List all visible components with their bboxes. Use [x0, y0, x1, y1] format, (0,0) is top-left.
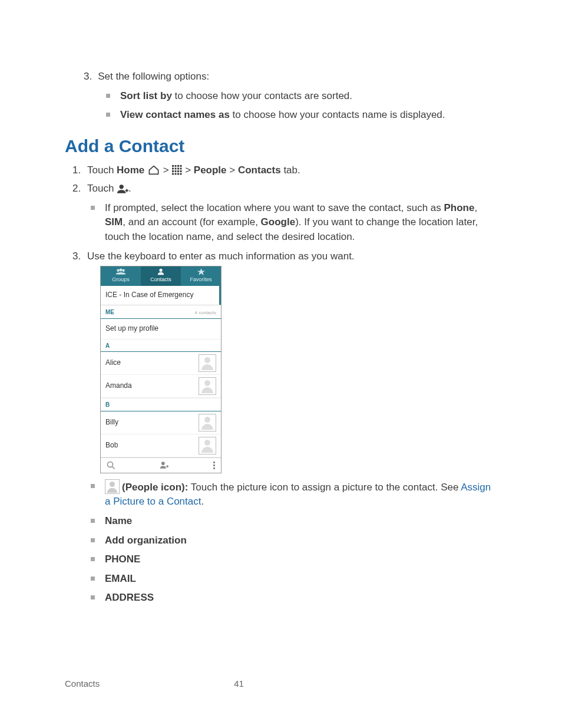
contact-row[interactable]: Amanda — [101, 375, 221, 398]
field-label: ADDRESS — [105, 592, 154, 603]
page-footer: Contacts 41 — [65, 677, 497, 690]
period: . — [128, 183, 131, 194]
field-label: EMAIL — [105, 573, 136, 584]
overflow-menu-icon[interactable] — [213, 462, 215, 469]
t: , and an account (for example, — [123, 216, 260, 228]
step-1: Touch Home > > People > Contacts tab. — [84, 163, 497, 178]
scroll-indicator — [219, 286, 221, 304]
ice-label: ICE - In Case of Emergency — [105, 291, 193, 299]
svg-rect-18 — [126, 189, 127, 192]
tab-favorites[interactable]: Favorites — [181, 266, 221, 286]
star-icon — [197, 268, 205, 275]
option-bold: View contact names as — [120, 109, 230, 120]
footer-page-number: 41 — [234, 677, 244, 690]
field-label: Add organization — [105, 535, 187, 546]
field-email: EMAIL — [87, 572, 497, 587]
svg-point-16 — [120, 185, 124, 189]
svg-rect-12 — [172, 173, 174, 175]
index-letter-b: B — [101, 398, 221, 411]
sep: > — [160, 164, 171, 176]
svg-rect-27 — [167, 465, 167, 467]
apps-grid-icon — [171, 164, 182, 175]
label-sim: SIM — [105, 216, 123, 228]
option-rest: to choose how your contacts name is disp… — [230, 109, 445, 120]
svg-rect-8 — [172, 170, 174, 172]
t: . — [201, 496, 204, 507]
option-rest: to choose how your contacts are sorted. — [172, 90, 352, 101]
list-number: 3. — [84, 70, 92, 84]
option-view-contact-names: View contact names as to choose how your… — [103, 108, 497, 123]
intro-text: Set the following options: — [98, 70, 209, 84]
step1-touch: Touch — [87, 164, 117, 176]
option-sort-list-by: Sort list by to choose how your contacts… — [103, 89, 497, 104]
step3-text: Use the keyboard to enter as much inform… — [87, 251, 355, 262]
groups-icon — [115, 268, 126, 275]
svg-rect-1 — [175, 165, 177, 167]
step-2: Touch . If prompted, select the location… — [84, 182, 497, 245]
svg-point-25 — [161, 462, 165, 465]
svg-point-20 — [120, 269, 123, 272]
svg-rect-13 — [175, 173, 177, 175]
option-bold: Sort list by — [120, 90, 172, 101]
svg-line-24 — [113, 466, 115, 469]
field-label: Name — [105, 515, 132, 526]
avatar — [199, 354, 216, 372]
me-header: ME 4 contacts — [101, 305, 221, 319]
svg-point-22 — [159, 269, 162, 272]
phone-screenshot: Groups Contacts Favorites ICE - In Case … — [100, 266, 222, 473]
add-contact-icon[interactable] — [160, 461, 169, 469]
avatar — [199, 377, 216, 395]
field-name: Name — [87, 514, 497, 529]
tab-label: Contacts — [150, 276, 171, 282]
footer-section: Contacts — [65, 677, 100, 690]
svg-rect-9 — [175, 170, 177, 172]
contact-row[interactable]: Bob — [101, 434, 221, 457]
add-contact-icon — [117, 184, 128, 194]
t: Touch the picture icon to assign a pictu… — [188, 482, 461, 493]
tab-label: Favorites — [190, 276, 211, 282]
tab-groups[interactable]: Groups — [101, 266, 141, 286]
svg-rect-10 — [177, 170, 179, 172]
contact-count: 4 contacts — [195, 309, 216, 317]
index-letter-a: A — [101, 339, 221, 353]
svg-rect-2 — [177, 165, 179, 167]
label-home: Home — [117, 164, 144, 176]
label-people: People — [194, 164, 227, 176]
contact-row[interactable]: Alice — [101, 352, 221, 375]
people-icon-label: (People icon): — [122, 482, 188, 493]
svg-rect-6 — [177, 168, 179, 170]
svg-point-21 — [122, 269, 125, 272]
ice-row[interactable]: ICE - In Case of Emergency — [101, 286, 221, 305]
field-add-organization: Add organization — [87, 533, 497, 548]
step2-note: If prompted, select the location where y… — [87, 201, 497, 245]
svg-point-23 — [108, 462, 113, 467]
svg-rect-5 — [175, 168, 177, 170]
me-label: ME — [105, 308, 114, 317]
avatar — [199, 414, 216, 431]
contact-name: Billy — [105, 417, 118, 427]
step-3: Use the keyboard to enter as much inform… — [84, 249, 497, 605]
label-contacts: Contacts — [238, 164, 281, 176]
contact-row[interactable]: Billy — [101, 411, 221, 434]
t: , — [474, 202, 477, 213]
label-google: Google — [261, 216, 296, 228]
label-phone: Phone — [444, 202, 475, 213]
search-icon[interactable] — [107, 461, 115, 470]
people-icon-thumb — [105, 479, 120, 494]
setup-profile-row[interactable]: Set up my profile — [101, 319, 221, 338]
sep: > — [227, 164, 238, 176]
t: If prompted, select the location where y… — [105, 202, 444, 213]
tab-contacts[interactable]: Contacts — [141, 266, 181, 286]
step2-touch: Touch — [87, 183, 117, 194]
svg-rect-14 — [177, 173, 179, 175]
tab-label: Groups — [112, 276, 130, 282]
contact-name: Alice — [105, 358, 121, 368]
field-people-icon: (People icon): Touch the picture icon to… — [87, 479, 497, 509]
contact-name: Bob — [105, 440, 118, 450]
person-icon — [157, 268, 164, 275]
svg-point-19 — [117, 269, 120, 272]
sep: > — [182, 164, 193, 176]
svg-rect-4 — [172, 168, 174, 170]
field-phone: PHONE — [87, 552, 497, 567]
field-label: PHONE — [105, 554, 140, 565]
